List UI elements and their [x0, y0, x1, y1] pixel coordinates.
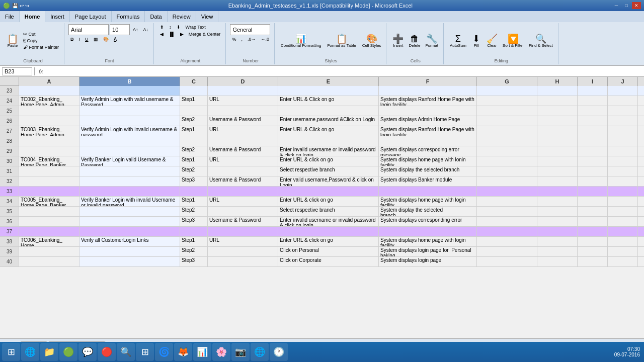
increase-font-button[interactable]: A↑ — [131, 27, 140, 33]
list-item[interactable] — [578, 86, 608, 96]
list-item[interactable]: System displays Ranford Home Page with l… — [379, 126, 477, 136]
list-item[interactable] — [379, 227, 477, 237]
list-item[interactable] — [638, 106, 644, 116]
list-item[interactable] — [608, 156, 638, 166]
list-item[interactable] — [379, 86, 477, 96]
tab-file[interactable]: File — [0, 11, 20, 22]
list-item[interactable] — [608, 126, 638, 136]
list-item[interactable]: Step3 — [180, 176, 208, 187]
list-item[interactable] — [608, 116, 638, 126]
list-item[interactable] — [638, 86, 644, 96]
list-item[interactable] — [477, 136, 537, 146]
list-item[interactable] — [79, 176, 180, 187]
list-item[interactable] — [537, 156, 578, 166]
list-item[interactable]: Step2 — [180, 207, 208, 217]
tab-page-layout[interactable]: Page Layout — [70, 11, 112, 22]
list-item[interactable] — [537, 247, 578, 257]
number-format-dropdown[interactable]: General — [230, 24, 270, 35]
list-item[interactable]: TC002_Ebanking_ Home Page_Admin Login_va… — [19, 96, 79, 106]
list-item[interactable] — [79, 187, 180, 197]
list-item[interactable] — [180, 187, 208, 197]
list-item[interactable] — [477, 187, 537, 197]
decrease-font-button[interactable]: A↓ — [141, 27, 151, 33]
col-header-f[interactable]: F — [379, 77, 477, 86]
list-item[interactable] — [477, 126, 537, 136]
list-item[interactable]: System displays Banker module — [379, 176, 477, 187]
list-item[interactable]: System displays Admin Home Page — [379, 116, 477, 126]
list-item[interactable] — [79, 207, 180, 217]
list-item[interactable] — [638, 217, 644, 227]
list-item[interactable] — [578, 156, 608, 166]
list-item[interactable]: Enter valid username,Password & click on… — [278, 176, 379, 187]
list-item[interactable]: System displays home page with lonin fac… — [379, 156, 477, 166]
list-item[interactable] — [638, 146, 644, 156]
list-item[interactable] — [79, 227, 180, 237]
list-item[interactable] — [79, 217, 180, 227]
col-header-j[interactable]: J — [608, 77, 638, 86]
tab-formulas[interactable]: Formulas — [112, 11, 145, 22]
align-middle-button[interactable]: ↕ — [167, 24, 174, 30]
decrease-decimal-button[interactable]: ←.0 — [259, 36, 271, 42]
list-item[interactable] — [79, 136, 180, 146]
list-item[interactable] — [477, 207, 537, 217]
list-item[interactable] — [537, 146, 578, 156]
list-item[interactable] — [578, 217, 608, 227]
list-item[interactable] — [537, 207, 578, 217]
list-item[interactable] — [608, 136, 638, 146]
list-item[interactable] — [477, 156, 537, 166]
tab-home[interactable]: Home — [20, 11, 46, 22]
list-item[interactable] — [578, 197, 608, 207]
list-item[interactable] — [638, 187, 644, 197]
list-item[interactable] — [477, 176, 537, 187]
list-item[interactable] — [638, 247, 644, 257]
format-as-table-button[interactable]: 📋 Format as Table — [325, 33, 358, 49]
list-item[interactable] — [537, 257, 578, 267]
col-header-h[interactable]: H — [537, 77, 578, 86]
find-select-button[interactable]: 🔍 Find & Select — [527, 33, 555, 49]
paste-button[interactable]: 📋 Paste — [5, 33, 20, 49]
list-item[interactable]: System display the selected branch — [379, 166, 477, 176]
list-item[interactable]: URL — [208, 197, 278, 207]
list-item[interactable]: Step2 — [180, 247, 208, 257]
list-item[interactable]: Verify Banker Login with invalid Usernam… — [79, 197, 180, 207]
list-item[interactable]: Step1 — [180, 197, 208, 207]
list-item[interactable] — [537, 166, 578, 176]
list-item[interactable]: System displays home page with login fac… — [379, 237, 477, 247]
list-item[interactable]: Enter URL & Click on go — [278, 126, 379, 136]
list-item[interactable] — [79, 146, 180, 156]
conditional-formatting-button[interactable]: 📊 Conditional Formatting — [279, 33, 323, 49]
taskbar-chrome[interactable]: 🟢 — [59, 343, 77, 361]
list-item[interactable] — [608, 217, 638, 227]
col-header-g[interactable]: G — [477, 77, 537, 86]
list-item[interactable]: System displays corresponding error — [379, 217, 477, 227]
col-header-a[interactable]: A — [19, 77, 79, 86]
list-item[interactable] — [79, 86, 180, 96]
list-item[interactable] — [19, 86, 79, 96]
list-item[interactable] — [19, 247, 79, 257]
list-item[interactable] — [608, 197, 638, 207]
list-item[interactable] — [578, 146, 608, 156]
list-item[interactable] — [578, 257, 608, 267]
list-item[interactable] — [638, 257, 644, 267]
align-center-button[interactable]: ▐▌ — [167, 31, 177, 37]
list-item[interactable] — [180, 227, 208, 237]
list-item[interactable] — [79, 116, 180, 126]
list-item[interactable] — [208, 106, 278, 116]
list-item[interactable] — [208, 227, 278, 237]
taskbar-opera[interactable]: 🔴 — [98, 343, 116, 361]
list-item[interactable]: URL — [208, 237, 278, 247]
list-item[interactable] — [578, 176, 608, 187]
list-item[interactable] — [608, 176, 638, 187]
list-item[interactable] — [608, 257, 638, 267]
cell-styles-button[interactable]: 🎨 Cell Styles — [360, 33, 383, 49]
list-item[interactable] — [379, 106, 477, 116]
col-header-k[interactable]: K — [638, 77, 644, 86]
italic-button[interactable]: I — [77, 36, 83, 42]
list-item[interactable] — [208, 187, 278, 197]
list-item[interactable]: Enter username,password &Click on Login — [278, 116, 379, 126]
list-item[interactable] — [379, 187, 477, 197]
list-item[interactable] — [537, 237, 578, 247]
list-item[interactable]: System display the selected branch — [379, 207, 477, 217]
list-item[interactable] — [638, 197, 644, 207]
list-item[interactable] — [180, 106, 208, 116]
